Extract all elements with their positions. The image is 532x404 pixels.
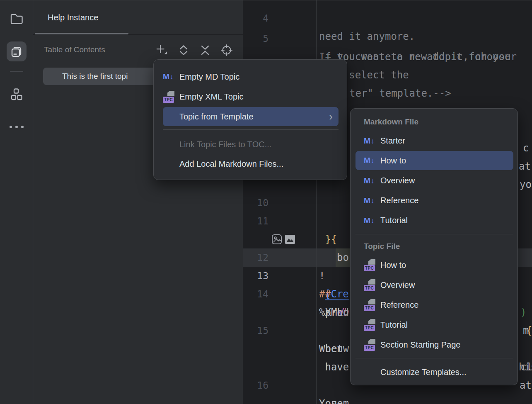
submenu-item-tpc-how-to[interactable]: TPC How to xyxy=(355,256,513,275)
image-outline-icon[interactable] xyxy=(271,197,282,208)
menu-item-empty-xml-topic[interactable]: TPC Empty XML Topic xyxy=(163,87,339,107)
menu-item-topic-from-template[interactable]: Topic from Template › xyxy=(163,107,339,126)
submenu-item-md-starter[interactable]: M↓ Starter xyxy=(355,131,513,151)
more-icon xyxy=(10,126,24,128)
topic-file-icon: TPC xyxy=(364,319,376,331)
editor-line[interactable]: 5 If you want to re-add it for your xyxy=(243,11,532,29)
topic-file-icon: TPC xyxy=(163,91,175,103)
submenu-item-md-reference[interactable]: M↓ Reference xyxy=(355,191,513,210)
markdown-file-icon: M↓ xyxy=(364,216,374,225)
locate-selection-button[interactable] xyxy=(220,44,233,56)
menu-item-link-topic-files[interactable]: Link Topic Files to TOC... xyxy=(163,134,339,154)
submenu-item-tpc-reference[interactable]: TPC Reference xyxy=(355,295,513,315)
panel-title-tab[interactable]: Help Instance xyxy=(48,0,98,35)
sidebar-item-more[interactable] xyxy=(7,117,27,137)
submenu-item-customize-templates[interactable]: Customize Templates... xyxy=(355,363,513,382)
markdown-file-icon: M↓ xyxy=(364,196,374,205)
window-top-border xyxy=(0,0,532,0)
topic-file-icon: TPC xyxy=(364,279,376,291)
menu-separator xyxy=(355,234,513,234)
add-topic-button[interactable] xyxy=(155,44,168,56)
sidebar-item-writerside[interactable] xyxy=(7,41,27,61)
submenu-section-header: Markdown File xyxy=(364,114,418,130)
markdown-file-icon: M↓ xyxy=(364,156,374,165)
toc-header-label: Table of Contents xyxy=(44,40,105,60)
menu-item-add-local-markdown[interactable]: Add Local Markdown Files... xyxy=(163,154,339,174)
collapse-all-button[interactable] xyxy=(199,44,211,56)
submenu-item-md-how-to[interactable]: M↓ How to xyxy=(355,151,513,170)
menu-separator xyxy=(163,129,339,130)
expand-all-button[interactable] xyxy=(177,44,190,56)
editor-line[interactable]: 4 need it anymore. xyxy=(243,0,532,9)
topic-file-icon: TPC xyxy=(364,339,376,351)
topic-file-icon: TPC xyxy=(364,259,376,271)
active-tab-indicator xyxy=(35,33,128,34)
panel-header: Help Instance xyxy=(33,0,243,35)
add-topic-menu: M↓ Empty MD Topic TPC Empty XML Topic To… xyxy=(153,59,347,180)
menu-separator xyxy=(355,358,513,358)
markdown-file-icon: M↓ xyxy=(163,72,173,81)
structure-icon xyxy=(10,88,23,101)
submenu-item-tpc-section-starting-page[interactable]: TPC Section Starting Page xyxy=(355,335,513,355)
image-preview-icon[interactable] xyxy=(285,198,296,209)
folder-icon xyxy=(10,13,23,24)
stripe-divider xyxy=(10,71,23,72)
submenu-item-tpc-overview[interactable]: TPC Overview xyxy=(355,275,513,295)
submenu-item-md-tutorial[interactable]: M↓ Tutorial xyxy=(355,211,513,230)
sidebar-item-structure[interactable] xyxy=(7,85,27,105)
submenu-item-md-overview[interactable]: M↓ Overview xyxy=(355,171,513,190)
topic-template-submenu: Markdown File M↓ Starter M↓ How to M↓ Ov… xyxy=(350,108,518,385)
submenu-arrow-icon: › xyxy=(329,111,333,122)
submenu-section-header: Topic File xyxy=(364,238,400,255)
editor-line[interactable]: 17 xyxy=(243,394,532,404)
editor-copies-icon xyxy=(10,45,23,58)
markdown-file-icon: M↓ xyxy=(364,136,374,146)
submenu-item-tpc-tutorial[interactable]: TPC Tutorial xyxy=(355,315,513,335)
menu-item-empty-md-topic[interactable]: M↓ Empty MD Topic xyxy=(163,67,339,87)
editor-line[interactable]: + to create a new topic, choose xyxy=(243,29,532,48)
markdown-file-icon: M↓ xyxy=(364,176,374,185)
topic-file-icon: TPC xyxy=(364,299,376,311)
ide-window: 4 need it anymore. 5 If you want to re-a… xyxy=(0,0,532,404)
sidebar-item-project[interactable] xyxy=(7,9,27,29)
tool-window-stripe xyxy=(0,0,33,404)
